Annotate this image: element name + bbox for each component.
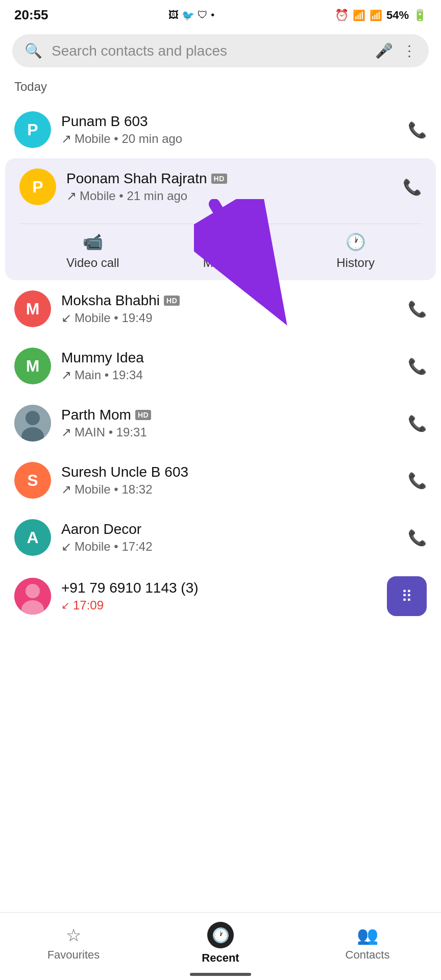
call-item-parth[interactable]: Parth Mom HD ↗ MAIN • 19:31 📞 xyxy=(0,395,441,452)
call-detail-poonam: ↗ Mobile • 21 min ago xyxy=(66,189,393,203)
more-options-icon[interactable]: ⋮ xyxy=(402,42,416,59)
video-call-icon: 📹 xyxy=(83,232,103,252)
call-item-aaron[interactable]: A Aaron Decor ↙ Mobile • 17:42 📞 xyxy=(0,509,441,566)
call-detail-aaron: ↙ Mobile • 17:42 xyxy=(61,540,398,554)
recent-icon: 🕐 xyxy=(212,927,230,944)
status-right: ⏰ 📶 📶 54% 🔋 xyxy=(335,9,427,22)
call-info-parth: Parth Mom HD ↗ MAIN • 19:31 xyxy=(61,407,398,439)
nav-favourites[interactable]: ☆ Favourites xyxy=(43,925,104,962)
svg-point-6 xyxy=(26,584,40,598)
search-placeholder: Search contacts and places xyxy=(52,43,366,59)
call-item-moksha[interactable]: M Moksha Bhabhi HD ↙ Mobile • 19:49 📞 xyxy=(0,280,441,337)
mic-icon[interactable]: 🎤 xyxy=(375,42,393,59)
recent-icon-bg: 🕐 xyxy=(207,922,234,948)
call-name-unknown: +91 79 6910 1143 (3) xyxy=(61,580,377,596)
avatar-unknown xyxy=(14,578,51,615)
bottom-handle xyxy=(190,973,251,976)
call-name-parth: Parth Mom HD xyxy=(61,407,398,423)
call-info-unknown: +91 79 6910 1143 (3) ↙ 17:09 xyxy=(61,580,377,612)
recent-label: Recent xyxy=(202,951,239,965)
hd-badge-parth: HD xyxy=(135,410,151,420)
search-bar[interactable]: 🔍 Search contacts and places 🎤 ⋮ xyxy=(12,34,429,67)
avatar-punam: P xyxy=(14,111,51,148)
bottom-nav: ☆ Favourites 🕐 Recent 👥 Contacts xyxy=(0,912,441,980)
call-info-mummy: Mummy Idea ↗ Main • 19:34 xyxy=(61,350,398,382)
call-name-aaron: Aaron Decor xyxy=(61,521,398,537)
search-icon: 🔍 xyxy=(24,42,42,59)
call-item-unknown[interactable]: +91 79 6910 1143 (3) ↙ 17:09 ⠿ xyxy=(0,566,441,626)
expanded-actions: 📹 Video call 💬 Message 🕐 History xyxy=(19,224,422,280)
video-call-label: Video call xyxy=(66,256,119,270)
call-detail-mummy: ↗ Main • 19:34 xyxy=(61,368,398,382)
status-time: 20:55 xyxy=(14,7,48,23)
call-detail-unknown: ↙ 17:09 xyxy=(61,598,377,612)
twitter-icon: 🐦 xyxy=(182,9,194,21)
status-icons: 🖼 🐦 🛡 • xyxy=(168,9,214,21)
message-button[interactable]: 💬 Message xyxy=(203,232,253,270)
battery-icon: 🔋 xyxy=(413,9,427,22)
phone-icon-suresh[interactable]: 📞 xyxy=(408,472,427,489)
status-bar: 20:55 🖼 🐦 🛡 • ⏰ 📶 📶 54% 🔋 xyxy=(0,0,441,28)
missed-arrow-unknown: ↙ xyxy=(61,599,70,611)
phone-icon-aaron[interactable]: 📞 xyxy=(408,529,427,547)
battery-text: 54% xyxy=(386,9,409,22)
avatar-poonam: P xyxy=(19,168,56,205)
call-list-rest: M Moksha Bhabhi HD ↙ Mobile • 19:49 📞 M … xyxy=(0,280,441,626)
signal-icon: 📶 xyxy=(370,9,382,21)
outgoing-arrow-poonam: ↗ xyxy=(66,189,77,203)
call-item-mummy[interactable]: M Mummy Idea ↗ Main • 19:34 📞 xyxy=(0,337,441,395)
phone-icon-mummy[interactable]: 📞 xyxy=(408,357,427,375)
history-label: History xyxy=(336,256,375,270)
incoming-arrow-moksha: ↙ xyxy=(61,311,71,325)
avatar-parth xyxy=(14,405,51,442)
outgoing-arrow-punam: ↗ xyxy=(61,132,71,146)
history-button[interactable]: 🕐 History xyxy=(336,232,375,270)
call-name-mummy: Mummy Idea xyxy=(61,350,398,366)
incoming-arrow-aaron: ↙ xyxy=(61,540,71,554)
call-name-punam: Punam B 603 xyxy=(61,113,398,130)
alarm-icon: ⏰ xyxy=(335,9,349,22)
svg-point-3 xyxy=(26,411,40,425)
avatar-aaron: A xyxy=(14,519,51,556)
phone-icon-moksha[interactable]: 📞 xyxy=(408,300,427,318)
call-detail-parth: ↗ MAIN • 19:31 xyxy=(61,425,398,439)
favourites-label: Favourites xyxy=(47,948,100,962)
wifi-icon: 📶 xyxy=(353,9,365,21)
call-detail-moksha: ↙ Mobile • 19:49 xyxy=(61,311,398,325)
call-list: P Punam B 603 ↗ Mobile • 20 min ago 📞 P … xyxy=(0,101,441,280)
phone-icon-poonam[interactable]: 📞 xyxy=(403,178,422,196)
hd-badge-poonam: HD xyxy=(211,174,227,184)
call-name-moksha: Moksha Bhabhi HD xyxy=(61,292,398,309)
video-call-button[interactable]: 📹 Video call xyxy=(66,232,119,270)
outgoing-arrow-suresh: ↗ xyxy=(61,482,71,497)
outgoing-arrow-mummy: ↗ xyxy=(61,368,71,382)
call-info-aaron: Aaron Decor ↙ Mobile • 17:42 xyxy=(61,521,398,554)
favourites-icon: ☆ xyxy=(66,925,81,945)
message-icon: 💬 xyxy=(217,232,238,252)
phone-icon-punam[interactable]: 📞 xyxy=(408,121,427,139)
contacts-label: Contacts xyxy=(346,948,390,962)
call-detail-punam: ↗ Mobile • 20 min ago xyxy=(61,132,398,146)
shield-icon: 🛡 xyxy=(198,9,208,21)
phone-icon-parth[interactable]: 📞 xyxy=(408,414,427,432)
call-info-suresh: Suresh Uncle B 603 ↗ Mobile • 18:32 xyxy=(61,464,398,497)
call-info-poonam: Poonam Shah Rajratn HD ↗ Mobile • 21 min… xyxy=(66,170,393,203)
call-item-poonam[interactable]: P Poonam Shah Rajratn HD ↗ Mobile • 21 m… xyxy=(5,158,436,280)
message-label: Message xyxy=(203,256,253,270)
contacts-icon: 👥 xyxy=(357,925,378,945)
photo-icon: 🖼 xyxy=(168,9,179,21)
nav-contacts[interactable]: 👥 Contacts xyxy=(337,925,398,962)
section-label: Today xyxy=(0,77,441,101)
call-info-moksha: Moksha Bhabhi HD ↙ Mobile • 19:49 xyxy=(61,292,398,325)
hd-badge-moksha: HD xyxy=(164,296,180,306)
nav-recent[interactable]: 🕐 Recent xyxy=(190,922,251,965)
call-item-punam[interactable]: P Punam B 603 ↗ Mobile • 20 min ago 📞 xyxy=(0,101,441,158)
history-icon: 🕐 xyxy=(346,232,366,252)
dialpad-fab[interactable]: ⠿ xyxy=(387,576,427,616)
dot-icon: • xyxy=(211,9,214,21)
call-info-punam: Punam B 603 ↗ Mobile • 20 min ago xyxy=(61,113,398,146)
call-item-suresh[interactable]: S Suresh Uncle B 603 ↗ Mobile • 18:32 📞 xyxy=(0,452,441,509)
avatar-mummy: M xyxy=(14,348,51,384)
outgoing-arrow-parth: ↗ xyxy=(61,425,71,439)
call-name-poonam: Poonam Shah Rajratn HD xyxy=(66,170,393,187)
